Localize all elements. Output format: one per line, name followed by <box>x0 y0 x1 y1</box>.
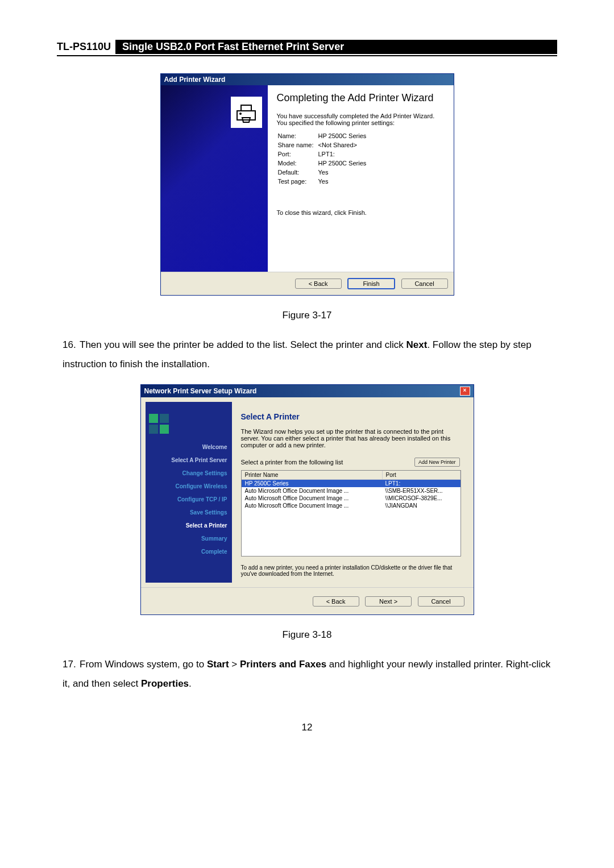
step-text: Then you will see the printer be added t… <box>80 339 406 350</box>
table-row[interactable]: Auto Microsoft Office Document Image ...… <box>242 502 460 509</box>
side-configure-tcpip: Configure TCP / IP <box>149 493 229 506</box>
cell-port: \\JIANGDAN <box>382 502 460 509</box>
back-button[interactable]: < Back <box>313 596 359 607</box>
network-setup-wizard-window: Network Print Server Setup Wizard × Welc… <box>140 384 474 615</box>
value: <Not Shared> <box>318 141 370 149</box>
model-number: TL-PS110U <box>57 40 115 54</box>
document-page: TL-PS110U Single USB2.0 Port Fast Ethern… <box>0 0 614 756</box>
wizard-close-hint: To close this wizard, click Finish. <box>277 209 445 216</box>
label: Default: <box>278 168 317 176</box>
wizard-button-bar: < Back Next > Cancel <box>141 587 474 614</box>
cell-name: Auto Microsoft Office Document Image ... <box>242 495 382 502</box>
figure-3-18: Network Print Server Setup Wizard × Welc… <box>57 384 557 615</box>
wizard-side-nav: Welcome Select A Print Server Change Set… <box>146 402 232 583</box>
side-select-server: Select A Print Server <box>149 454 229 467</box>
wizard-main: Select A Printer The Wizard now helps yo… <box>232 402 469 583</box>
page-number: 12 <box>57 722 557 733</box>
cell-port: \\SMB-ER51XX-SER... <box>382 487 460 495</box>
next-button[interactable]: Next > <box>365 596 412 607</box>
table-row[interactable]: HP 2500C Series LPT1: <box>242 480 460 487</box>
wizard-sidebar-art <box>161 85 268 272</box>
step-number: 16. <box>63 335 80 355</box>
value: Yes <box>318 177 370 185</box>
cancel-button[interactable]: Cancel <box>418 596 464 607</box>
svg-rect-1 <box>241 105 251 111</box>
figure-3-17: Add Printer Wizard Completing the Add Pr… <box>57 73 557 296</box>
label: Test page: <box>278 177 317 185</box>
label: Share name: <box>278 141 317 149</box>
side-save-settings: Save Settings <box>149 506 229 519</box>
finish-button[interactable]: Finish <box>347 278 395 289</box>
step-text: > <box>229 659 240 670</box>
wizard-heading: Completing the Add Printer Wizard <box>277 92 445 105</box>
logo-icon <box>149 406 229 441</box>
header-rule <box>57 55 557 56</box>
svg-rect-0 <box>237 111 255 120</box>
list-label: Select a printer from the following list <box>241 459 343 466</box>
value: HP 2500C Series <box>318 159 370 167</box>
value: HP 2500C Series <box>318 132 370 140</box>
cell-port: LPT1: <box>382 480 460 487</box>
wizard-intro: The Wizard now helps you set up the prin… <box>241 428 460 448</box>
printer-settings-table: Name:HP 2500C Series Share name:<Not Sha… <box>277 131 371 186</box>
wizard-note: To add a new printer, you need a printer… <box>241 564 460 577</box>
printer-list[interactable]: Printer Name Port HP 2500C Series LPT1: … <box>241 470 461 556</box>
printer-icon <box>231 97 262 128</box>
wizard-title-text: Network Print Server Setup Wizard <box>144 387 257 395</box>
add-new-printer-button[interactable]: Add New Printer <box>414 458 460 467</box>
bold-printers-faxes: Printers and Faxes <box>240 659 326 670</box>
value: Yes <box>318 168 370 176</box>
wizard-content: Completing the Add Printer Wizard You ha… <box>268 85 454 272</box>
col-port: Port <box>383 471 460 479</box>
doc-title: Single USB2.0 Port Fast Ethernet Print S… <box>115 40 557 54</box>
side-complete: Complete <box>149 545 229 558</box>
wizard-heading: Select A Printer <box>241 408 460 428</box>
figure-caption: Figure 3-18 <box>57 629 557 641</box>
table-header: Printer Name Port <box>242 471 460 480</box>
side-select-printer: Select a Printer <box>149 519 229 532</box>
label: Name: <box>278 132 317 140</box>
label: Port: <box>278 150 317 158</box>
step-number: 17. <box>63 655 80 674</box>
col-printer-name: Printer Name <box>242 471 383 479</box>
step-text: . <box>189 678 192 689</box>
side-welcome: Welcome <box>149 441 229 454</box>
cell-name: Auto Microsoft Office Document Image ... <box>242 502 382 509</box>
side-change-settings: Change Settings <box>149 467 229 480</box>
bold-properties: Properties <box>141 678 189 689</box>
doc-header: TL-PS110U Single USB2.0 Port Fast Ethern… <box>57 40 557 54</box>
wizard-button-bar: < Back Finish Cancel <box>161 272 454 295</box>
add-printer-wizard-window: Add Printer Wizard Completing the Add Pr… <box>160 73 454 296</box>
step-text: From Windows system, go to <box>80 659 207 670</box>
back-button[interactable]: < Back <box>295 279 342 289</box>
bold-next: Next <box>406 339 428 350</box>
table-row[interactable]: Auto Microsoft Office Document Image ...… <box>242 487 460 495</box>
step-17: 17.From Windows system, go to Start > Pr… <box>63 655 557 693</box>
cell-port: \\MICROSOF-3829E... <box>382 495 460 502</box>
step-16: 16.Then you will see the printer be adde… <box>63 335 557 374</box>
value: LPT1: <box>318 150 370 158</box>
wizard-titlebar: Add Printer Wizard <box>161 74 454 85</box>
side-summary: Summary <box>149 532 229 545</box>
wizard-titlebar: Network Print Server Setup Wizard × <box>141 385 474 397</box>
bold-start: Start <box>207 659 229 670</box>
wizard-intro: You have successfully completed the Add … <box>277 113 445 126</box>
cancel-button[interactable]: Cancel <box>401 279 448 289</box>
svg-point-2 <box>239 113 242 115</box>
table-row[interactable]: Auto Microsoft Office Document Image ...… <box>242 495 460 502</box>
cell-name: HP 2500C Series <box>242 480 382 487</box>
cell-name: Auto Microsoft Office Document Image ... <box>242 487 382 495</box>
label: Model: <box>278 159 317 167</box>
figure-caption: Figure 3-17 <box>57 310 557 321</box>
close-icon[interactable]: × <box>460 387 470 396</box>
side-configure-wireless: Configure Wireless <box>149 480 229 493</box>
